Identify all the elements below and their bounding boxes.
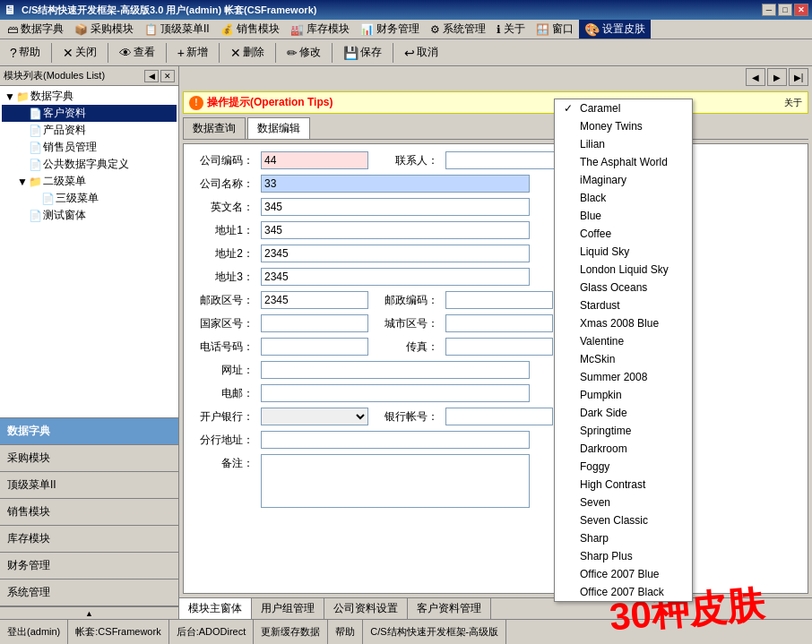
nav-prev-btn[interactable]: ◀ xyxy=(746,68,765,86)
bank-acc-input[interactable] xyxy=(445,408,553,425)
toolbar-help-btn[interactable]: ?帮助 xyxy=(4,42,47,64)
tree-item-test-form[interactable]: 📄测试窗体 xyxy=(2,207,177,224)
zip-input[interactable] xyxy=(445,291,553,309)
addr2-input[interactable] xyxy=(261,245,530,262)
menu-item-about[interactable]: ℹ关于 xyxy=(491,20,531,39)
status-backend[interactable]: 后台:ADODirect xyxy=(169,620,255,644)
bottom-tab-company-settings[interactable]: 公司资料设置 xyxy=(324,598,408,619)
toolbar-add-btn[interactable]: +新增 xyxy=(171,42,214,64)
nav-item-warehouse-nav[interactable]: 库存模块 xyxy=(0,526,178,553)
status-update[interactable]: 更新缓存数据 xyxy=(254,620,328,644)
tab-edit[interactable]: 数据编辑 xyxy=(247,117,310,139)
nav-next-btn[interactable]: ▶ xyxy=(767,68,787,86)
tree-item-dict-root[interactable]: ▼📁数据字典 xyxy=(2,88,177,105)
sidebar-btn-right[interactable]: ✕ xyxy=(160,70,175,82)
bottom-tab-main-form[interactable]: 模块主窗体 xyxy=(179,598,252,619)
skin-item-black[interactable]: Black xyxy=(555,189,692,207)
tree-item-dict-def[interactable]: 📄公共数据字典定义 xyxy=(2,156,177,173)
skin-item-sharp-plus[interactable]: Sharp Plus xyxy=(555,547,692,565)
city-input[interactable] xyxy=(445,314,553,332)
menu-item-warehouse[interactable]: 🏭库存模块 xyxy=(285,20,355,39)
skin-item-xmas[interactable]: Xmas 2008 Blue xyxy=(555,314,692,332)
skin-item-mcskin[interactable]: McSkin xyxy=(555,350,692,368)
skin-item-high-contrast[interactable]: High Contrast xyxy=(555,476,692,494)
status-help-btn[interactable]: 帮助 xyxy=(328,620,363,644)
skin-item-darkroom[interactable]: Darkroom xyxy=(555,440,692,458)
nav-last-btn[interactable]: ▶| xyxy=(789,68,808,86)
skin-item-asphalt[interactable]: The Asphalt World xyxy=(555,153,692,171)
toolbar-save-btn[interactable]: 💾保存 xyxy=(337,42,388,64)
skin-item-london[interactable]: London Liquid Sky xyxy=(555,261,692,279)
skin-item-office-2007-black[interactable]: Office 2007 Black xyxy=(555,583,692,601)
skin-item-glass[interactable]: Glass Oceans xyxy=(555,279,692,296)
bank-select[interactable] xyxy=(261,408,368,425)
tips-close-btn[interactable]: 关于 xyxy=(784,97,802,109)
skin-item-sharp[interactable]: Sharp xyxy=(555,529,692,547)
nav-item-purchase-nav[interactable]: 采购模块 xyxy=(0,445,178,472)
tree-item-customer[interactable]: 📄客户资料 xyxy=(2,105,177,122)
skin-item-pumpkin[interactable]: Pumpkin xyxy=(555,386,692,404)
sidebar-btn-left[interactable]: ◀ xyxy=(144,70,159,82)
country-input[interactable] xyxy=(261,314,368,332)
nav-item-dict-nav[interactable]: 数据字典 xyxy=(0,418,178,445)
addr1-input[interactable] xyxy=(261,221,530,239)
menu-item-dict[interactable]: 🗃数据字典 xyxy=(2,20,69,39)
tree-item-sub-menu[interactable]: ▼📁二级菜单 xyxy=(2,173,177,190)
toolbar-delete-btn[interactable]: ✕删除 xyxy=(224,42,271,64)
tab-query[interactable]: 数据查询 xyxy=(183,117,246,139)
menu-item-purchase[interactable]: 📦采购模块 xyxy=(69,20,139,39)
en-name-input[interactable] xyxy=(261,198,530,216)
skin-item-seven[interactable]: Seven xyxy=(555,494,692,511)
tree-item-sales-mgr[interactable]: 📄销售员管理 xyxy=(2,139,177,156)
close-button[interactable]: ✕ xyxy=(794,4,808,16)
skin-item-lilian[interactable]: Lilian xyxy=(555,135,692,153)
menu-item-skin[interactable]: 🎨设置皮肤 xyxy=(579,20,651,39)
menu-item-topMenu[interactable]: 📋顶级菜单II xyxy=(139,20,215,39)
menu-item-system[interactable]: ⚙系统管理 xyxy=(425,20,491,39)
skin-item-liquid-sky[interactable]: Liquid Sky xyxy=(555,243,692,261)
toolbar-close-btn[interactable]: ✕关闭 xyxy=(56,42,103,64)
skin-item-seven-classic[interactable]: Seven Classic xyxy=(555,511,692,529)
tree-item-sub-menu2[interactable]: 📄三级菜单 xyxy=(2,190,177,207)
fax-input[interactable] xyxy=(445,338,553,356)
skin-item-springtime[interactable]: Springtime xyxy=(555,422,692,440)
skin-item-money-twins[interactable]: Money Twins xyxy=(555,117,692,135)
nav-expand-btn[interactable]: ▲ xyxy=(0,606,178,619)
company-name-input[interactable] xyxy=(261,175,530,193)
company-code-input[interactable] xyxy=(261,151,368,169)
skin-item-caramel[interactable]: ✓Caramel xyxy=(555,99,692,117)
status-account[interactable]: 帐套:CSFramework xyxy=(68,620,168,644)
menu-item-sales[interactable]: 💰销售模块 xyxy=(215,20,285,39)
tel-input[interactable] xyxy=(261,338,368,356)
status-login[interactable]: 登出(admin) xyxy=(0,620,68,644)
minimize-button[interactable]: ─ xyxy=(762,4,776,16)
bottom-tab-customer-mgr[interactable]: 客户资料管理 xyxy=(408,598,491,619)
addr3-input[interactable] xyxy=(261,268,530,286)
branch-input[interactable] xyxy=(261,431,530,449)
tree-item-product[interactable]: 📄产品资料 xyxy=(2,122,177,139)
maximize-button[interactable]: □ xyxy=(778,4,792,16)
skin-item-office-2007-blue[interactable]: Office 2007 Blue xyxy=(555,565,692,583)
skin-item-blue[interactable]: Blue xyxy=(555,207,692,225)
bottom-tab-user-mgr[interactable]: 用户组管理 xyxy=(252,598,324,619)
skin-item-dark-side[interactable]: Dark Side xyxy=(555,404,692,422)
nav-item-topMenu-nav[interactable]: 顶级菜单II xyxy=(0,472,178,499)
skin-item-summer[interactable]: Summer 2008 xyxy=(555,368,692,386)
nav-item-finance-nav[interactable]: 财务管理 xyxy=(0,553,178,580)
skin-item-valentine[interactable]: Valentine xyxy=(555,332,692,350)
menu-item-window[interactable]: 🪟窗口 xyxy=(531,20,579,39)
skin-item-imaginary[interactable]: iMaginary xyxy=(555,171,692,189)
skin-item-stardust[interactable]: Stardust xyxy=(555,296,692,314)
email-input[interactable] xyxy=(261,384,530,402)
notes-input[interactable] xyxy=(261,454,530,508)
postal-input[interactable] xyxy=(261,291,368,309)
status-info[interactable]: C/S结构快速开发框架-高级版 xyxy=(363,620,506,644)
toolbar-view-btn[interactable]: 👁查看 xyxy=(113,42,161,64)
skin-item-coffee[interactable]: Coffee xyxy=(555,225,692,243)
nav-item-system-nav[interactable]: 系统管理 xyxy=(0,580,178,606)
nav-item-sales-nav[interactable]: 销售模块 xyxy=(0,499,178,526)
toolbar-edit-btn[interactable]: ✏修改 xyxy=(281,42,327,64)
web-input[interactable] xyxy=(261,361,530,379)
skin-item-foggy[interactable]: Foggy xyxy=(555,458,692,476)
toolbar-cancel-btn[interactable]: ↩取消 xyxy=(398,42,445,64)
